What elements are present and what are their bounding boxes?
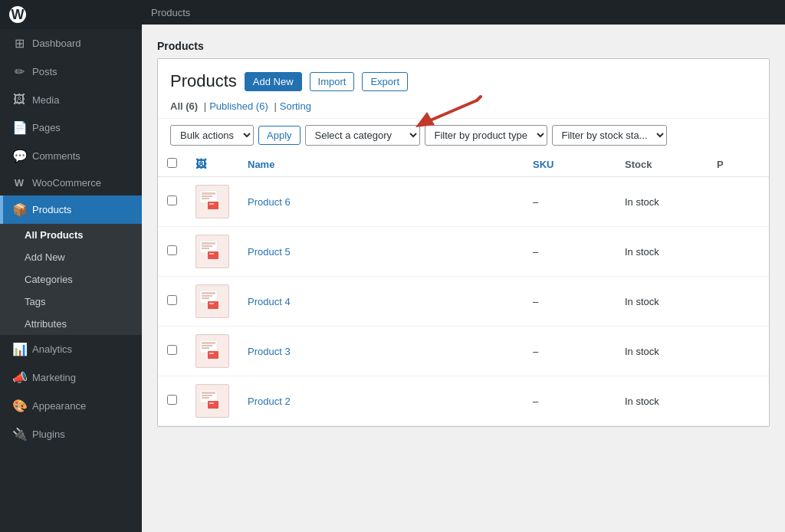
product-name-link[interactable]: Product 4 — [248, 296, 291, 307]
category-filter-select[interactable]: Select a category — [305, 125, 420, 146]
product-type-filter-select[interactable]: Filter by product type — [425, 125, 547, 146]
export-button[interactable]: Export — [362, 72, 408, 91]
sidebar-item-label: Appearance — [32, 400, 86, 412]
sidebar-item-woocommerce[interactable]: W WooCommerce — [0, 170, 142, 195]
tab-published[interactable]: Published (6) | — [209, 100, 280, 112]
bulk-actions-select[interactable]: Bulk actions — [170, 125, 254, 146]
tablenav-top: Bulk actions Apply Select a category Fil… — [158, 118, 769, 152]
svg-rect-15 — [208, 251, 218, 259]
row-checkbox[interactable] — [167, 195, 177, 205]
appearance-icon: 🎨 — [12, 399, 26, 413]
svg-rect-37 — [209, 402, 214, 404]
submenu-add-new[interactable]: Add New — [0, 246, 142, 268]
product-sku: – — [524, 177, 616, 227]
table-row: Product 6–In stock — [158, 177, 769, 227]
wrap-page-title: Products — [170, 71, 237, 91]
product-name-link[interactable]: Product 3 — [248, 346, 291, 357]
marketing-icon: 📣 — [12, 370, 26, 385]
sidebar-item-comments[interactable]: 💬 Comments — [0, 142, 142, 170]
import-button[interactable]: Import — [310, 72, 355, 91]
sidebar-item-label: Dashboard — [32, 38, 81, 49]
sidebar-item-label: Analytics — [32, 343, 72, 355]
product-price — [708, 376, 769, 426]
select-all-checkbox[interactable] — [167, 158, 177, 168]
page-title-bar: Products — [157, 40, 770, 58]
svg-rect-22 — [208, 301, 218, 309]
product-thumb-svg — [197, 336, 228, 366]
sidebar-item-posts[interactable]: ✏ Posts — [0, 57, 142, 86]
product-thumb-svg — [197, 286, 228, 317]
sidebar-item-label: Comments — [32, 150, 80, 162]
sidebar-item-pages[interactable]: 📄 Pages — [0, 113, 142, 142]
product-sku: – — [524, 327, 616, 376]
sidebar-item-analytics[interactable]: 📊 Analytics — [0, 335, 142, 363]
table-row: Product 5–In stock — [158, 227, 769, 277]
product-name-link[interactable]: Product 2 — [248, 396, 291, 407]
sidebar-item-media[interactable]: 🖼 Media — [0, 86, 142, 113]
product-name-link[interactable]: Product 6 — [248, 196, 291, 208]
th-sku[interactable]: SKU — [524, 152, 616, 177]
products-table: 🖼 Name SKU Stock P — [158, 152, 769, 426]
wrap-header: Products Add New Import Export All (6) |… — [158, 59, 769, 112]
svg-rect-16 — [209, 253, 214, 255]
sidebar-item-label: WooCommerce — [32, 177, 101, 189]
product-stock: In stock — [616, 227, 708, 277]
stock-filter-select[interactable]: Filter by stock sta... — [552, 125, 667, 146]
product-name-link[interactable]: Product 5 — [248, 246, 291, 258]
product-stock: In stock — [616, 327, 708, 376]
tab-all[interactable]: All (6) | — [170, 100, 209, 112]
th-name[interactable]: Name — [238, 152, 524, 177]
product-thumb-svg — [197, 386, 228, 416]
svg-rect-27 — [202, 345, 212, 346]
row-checkbox[interactable] — [167, 345, 177, 355]
sidebar-item-plugins[interactable]: 🔌 Plugins — [0, 420, 142, 448]
submenu-categories[interactable]: Categories — [0, 268, 142, 291]
apply-button[interactable]: Apply — [258, 126, 301, 145]
product-stock: In stock — [616, 277, 708, 327]
svg-rect-20 — [202, 295, 212, 297]
product-thumb-svg — [197, 186, 228, 217]
svg-rect-34 — [202, 395, 212, 396]
table-row: Product 2–In stock — [158, 376, 769, 426]
sidebar-logo[interactable]: W — [0, 0, 142, 29]
add-new-button[interactable]: Add New — [245, 72, 302, 91]
sidebar-item-appearance[interactable]: 🎨 Appearance — [0, 392, 142, 420]
sidebar: W ⊞ Dashboard ✏ Posts 🖼 Media 📄 Pages 💬 … — [0, 0, 142, 532]
woocommerce-icon: W — [12, 177, 26, 189]
sidebar-item-label: Plugins — [32, 429, 65, 440]
product-price — [708, 327, 769, 376]
sidebar-item-products[interactable]: 📦 Products — [0, 195, 142, 224]
product-thumbnail — [195, 185, 229, 218]
submenu-all-products[interactable]: All Products — [0, 224, 142, 246]
svg-rect-8 — [208, 202, 218, 209]
product-thumb-svg — [197, 236, 228, 267]
dashboard-icon: ⊞ — [12, 36, 26, 51]
svg-rect-9 — [209, 203, 214, 205]
image-icon: 🖼 — [195, 158, 206, 170]
sidebar-item-dashboard[interactable]: ⊞ Dashboard — [0, 29, 142, 57]
products-wrap: Products Add New Import Export All (6) |… — [157, 58, 770, 427]
row-checkbox[interactable] — [167, 295, 177, 305]
submenu-attributes[interactable]: Attributes — [0, 313, 142, 335]
svg-rect-21 — [202, 297, 209, 299]
main-content: Products Products Products Add New Impor… — [142, 0, 785, 532]
media-icon: 🖼 — [12, 93, 26, 107]
page-title: Products — [157, 40, 770, 52]
row-checkbox[interactable] — [167, 395, 177, 405]
content-area: Products Products Add New Import Export … — [142, 25, 785, 532]
submenu-tags[interactable]: Tags — [0, 291, 142, 313]
svg-rect-19 — [202, 292, 215, 294]
sidebar-item-marketing[interactable]: 📣 Marketing — [0, 363, 142, 392]
row-checkbox[interactable] — [167, 245, 177, 255]
product-sku: – — [524, 227, 616, 277]
svg-rect-29 — [208, 351, 218, 359]
product-sku: – — [524, 376, 616, 426]
tab-sorting[interactable]: Sorting — [280, 100, 311, 112]
posts-icon: ✏ — [12, 64, 26, 79]
svg-rect-26 — [202, 342, 215, 344]
admin-bar-title: Products — [151, 7, 190, 18]
th-stock: Stock — [616, 152, 708, 177]
svg-rect-14 — [202, 248, 209, 249]
sidebar-item-label: Media — [32, 94, 59, 106]
table-header-row: 🖼 Name SKU Stock P — [158, 152, 769, 177]
